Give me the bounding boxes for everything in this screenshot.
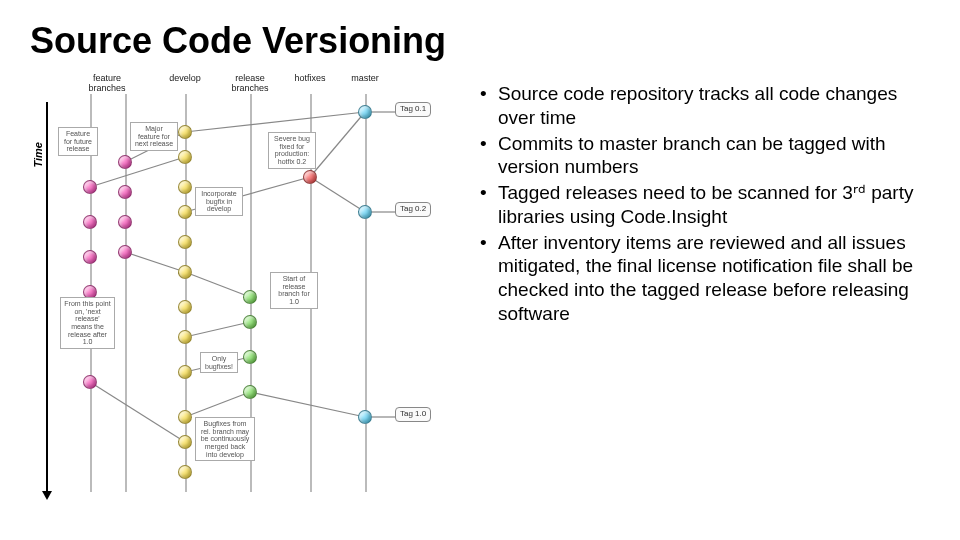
note-major-feature: Major feature for next release	[130, 122, 178, 151]
bullet-item: After inventory items are reviewed and a…	[480, 231, 930, 326]
note-only-bugfixes: Only bugfixes!	[200, 352, 238, 373]
svg-line-7	[185, 272, 250, 297]
commit-develop	[178, 150, 192, 164]
time-arrow-icon	[46, 102, 48, 492]
commit-master	[358, 205, 372, 219]
diagram-column: Time feature branches develop release br…	[30, 72, 460, 502]
commit-develop	[178, 435, 192, 449]
commit-feature	[83, 250, 97, 264]
commit-release	[243, 350, 257, 364]
tag-0-1: Tag 0.1	[395, 102, 431, 117]
commit-release	[243, 385, 257, 399]
tag-0-2: Tag 0.2	[395, 202, 431, 217]
commit-feature	[118, 185, 132, 199]
commit-develop	[178, 235, 192, 249]
commit-feature	[83, 180, 97, 194]
commit-develop	[178, 205, 192, 219]
svg-line-3	[310, 112, 365, 177]
header-master: master	[340, 74, 390, 84]
bullet-item: Source code repository tracks all code c…	[480, 82, 930, 130]
lane-master	[365, 94, 367, 492]
svg-line-12	[90, 382, 185, 442]
svg-line-6	[125, 252, 185, 272]
note-feature-future: Feature for future release	[58, 127, 98, 156]
tag-1-0: Tag 1.0	[395, 407, 431, 422]
bullet-item: Commits to master branch can be tagged w…	[480, 132, 930, 180]
commit-release	[243, 315, 257, 329]
commit-develop	[178, 410, 192, 424]
commit-develop	[178, 125, 192, 139]
commit-hotfix	[303, 170, 317, 184]
slide-title: Source Code Versioning	[30, 20, 930, 62]
commit-master	[358, 105, 372, 119]
svg-line-10	[250, 392, 365, 417]
note-from-this: From this point on, 'next release' means…	[60, 297, 115, 349]
commit-develop	[178, 180, 192, 194]
header-hotfixes: hotfixes	[285, 74, 335, 84]
note-incorporate: Incorporate bugfix in develop	[195, 187, 243, 216]
time-axis-label: Time	[32, 142, 44, 167]
commit-master	[358, 410, 372, 424]
note-bugfixes-merged: Bugfixes from rel. branch may be continu…	[195, 417, 255, 461]
header-release: release branches	[225, 74, 275, 94]
slide-content: Time feature branches develop release br…	[30, 72, 930, 502]
commit-develop	[178, 265, 192, 279]
commit-feature	[118, 215, 132, 229]
svg-line-2	[90, 157, 185, 187]
commit-feature	[118, 155, 132, 169]
slide: Source Code Versioning Time feature bran…	[0, 0, 960, 540]
header-develop: develop	[160, 74, 210, 84]
svg-line-8	[185, 322, 250, 337]
commit-feature	[83, 375, 97, 389]
svg-line-11	[185, 392, 250, 417]
svg-line-0	[185, 112, 365, 132]
commit-feature	[83, 215, 97, 229]
commit-develop	[178, 365, 192, 379]
bullet-item: Tagged releases need to be scanned for 3…	[480, 181, 930, 229]
git-branching-diagram: Time feature branches develop release br…	[30, 72, 460, 502]
bullet-column: Source code repository tracks all code c…	[480, 72, 930, 502]
commit-develop	[178, 465, 192, 479]
commit-develop	[178, 300, 192, 314]
commit-release	[243, 290, 257, 304]
commit-feature	[118, 245, 132, 259]
note-severe-bug: Severe bug fixed for production: hotfix …	[268, 132, 316, 169]
header-feature: feature branches	[82, 74, 132, 94]
bullet-list: Source code repository tracks all code c…	[480, 82, 930, 326]
lane-feature-b	[125, 94, 127, 492]
commit-develop	[178, 330, 192, 344]
note-start-release: Start of release branch for 1.0	[270, 272, 318, 309]
svg-line-4	[310, 177, 365, 212]
